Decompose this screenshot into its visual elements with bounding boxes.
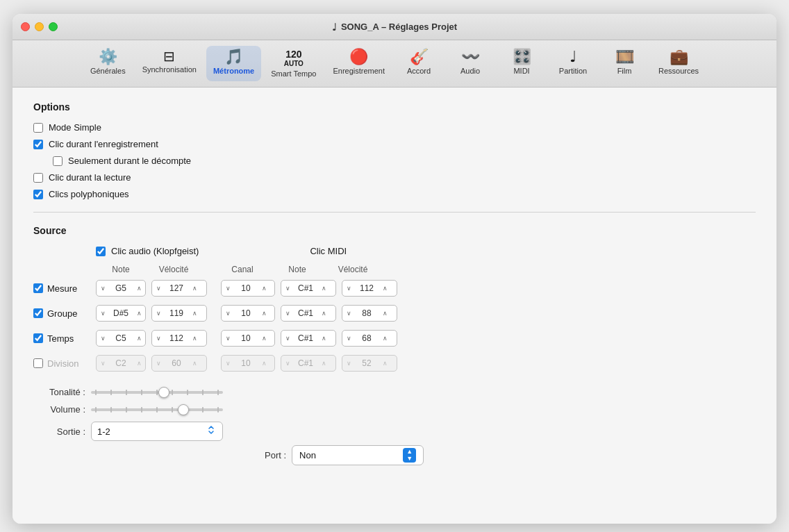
clic-audio-checkbox[interactable] bbox=[96, 247, 106, 256]
temps-vel-field: ∨ 112 ∧ bbox=[151, 330, 207, 347]
division-note-down: ∨ bbox=[97, 355, 109, 372]
tab-midi[interactable]: 🎛️ MIDI bbox=[497, 46, 546, 81]
maximize-button[interactable] bbox=[49, 22, 58, 31]
checkbox-clics-polyphoniques-input[interactable] bbox=[33, 190, 43, 199]
division-checkbox[interactable] bbox=[33, 358, 43, 368]
temps-canal-val: 10 bbox=[234, 333, 258, 343]
mesure-note-val: G5 bbox=[109, 283, 133, 293]
temps-note-up[interactable]: ∧ bbox=[133, 330, 145, 347]
groupe-canal-down[interactable]: ∨ bbox=[222, 305, 234, 322]
port-row: Port : Non ▲ ▼ bbox=[265, 445, 424, 465]
tab-metronome[interactable]: 🎵 Métronome bbox=[206, 46, 261, 81]
minimize-button[interactable] bbox=[35, 22, 44, 31]
temps-note-midi-up[interactable]: ∧ bbox=[317, 330, 330, 347]
notch bbox=[202, 407, 204, 413]
mesure-canal-down[interactable]: ∨ bbox=[222, 280, 234, 297]
mesure-canal-field: ∨ 10 ∧ bbox=[221, 280, 275, 297]
tab-accord[interactable]: 🎸 Accord bbox=[394, 46, 443, 81]
temps-vel-midi-val: 68 bbox=[355, 333, 379, 343]
checkbox-clics-polyphoniques-label: Clics polyphoniques bbox=[49, 189, 129, 199]
division-canal-up: ∧ bbox=[258, 355, 270, 372]
groupe-note-up[interactable]: ∧ bbox=[133, 305, 145, 322]
tab-audio[interactable]: 〰️ Audio bbox=[446, 46, 495, 81]
notch bbox=[141, 390, 142, 395]
temps-note-down[interactable]: ∨ bbox=[97, 330, 109, 347]
checkbox-clic-lecture-input[interactable] bbox=[33, 173, 43, 183]
titlebar: ♩ SONG_A – Réglages Projet bbox=[13, 14, 776, 40]
col-vel-midi-header: Vélocité bbox=[325, 265, 381, 274]
temps-vel-up[interactable]: ∧ bbox=[188, 330, 201, 347]
notch bbox=[95, 390, 97, 395]
groupe-check-label: Groupe bbox=[33, 308, 96, 319]
tonalite-slider[interactable] bbox=[91, 391, 223, 394]
mesure-vel-up[interactable]: ∧ bbox=[188, 280, 201, 297]
temps-note-midi-down[interactable]: ∨ bbox=[281, 330, 294, 347]
tab-partition[interactable]: ♩ Partition bbox=[549, 46, 597, 81]
groupe-canal-up[interactable]: ∧ bbox=[258, 305, 270, 322]
groupe-note-field: ∨ D#5 ∧ bbox=[96, 305, 146, 322]
temps-canal-up[interactable]: ∧ bbox=[258, 330, 270, 347]
checkbox-seulement-decompte: Seulement durant le décompte bbox=[53, 156, 756, 166]
sortie-select[interactable]: 1-2 bbox=[91, 422, 223, 441]
tab-ressources[interactable]: 💼 Ressources bbox=[651, 46, 706, 81]
mesure-checkbox[interactable] bbox=[33, 283, 43, 293]
temps-canal-field: ∨ 10 ∧ bbox=[221, 330, 275, 347]
division-vel-midi-down: ∨ bbox=[342, 355, 355, 372]
division-note-up: ∧ bbox=[133, 355, 145, 372]
volume-slider[interactable] bbox=[91, 408, 223, 411]
tab-synchronisation[interactable]: ⊟ Synchronisation bbox=[135, 46, 204, 81]
temps-label: Temps bbox=[47, 333, 74, 344]
groupe-note-val: D#5 bbox=[109, 308, 133, 318]
groupe-vel-midi-field: ∨ 88 ∧ bbox=[342, 305, 397, 322]
mesure-vel-midi-up[interactable]: ∧ bbox=[379, 280, 391, 297]
mesure-vel-midi-field: ∨ 112 ∧ bbox=[342, 280, 397, 297]
checkbox-clic-enregistrement-input[interactable] bbox=[33, 140, 43, 149]
mesure-vel-midi-down[interactable]: ∨ bbox=[342, 280, 355, 297]
groupe-vel-down[interactable]: ∨ bbox=[152, 305, 165, 322]
checkbox-mode-simple-input[interactable] bbox=[33, 123, 43, 133]
division-label: Division bbox=[47, 358, 79, 369]
mesure-note-down[interactable]: ∨ bbox=[97, 280, 109, 297]
tonalite-label: Tonalité : bbox=[33, 387, 85, 397]
tab-film[interactable]: 🎞️ Film bbox=[600, 46, 649, 81]
temps-checkbox[interactable] bbox=[33, 333, 43, 343]
mesure-note-midi-up[interactable]: ∧ bbox=[317, 280, 330, 297]
mesure-note-up[interactable]: ∧ bbox=[133, 280, 145, 297]
division-vel-val: 60 bbox=[165, 358, 188, 368]
mesure-check-label: Mesure bbox=[33, 283, 96, 294]
mesure-vel-down[interactable]: ∨ bbox=[152, 280, 165, 297]
groupe-note-down[interactable]: ∨ bbox=[97, 305, 109, 322]
temps-vel-midi-down[interactable]: ∨ bbox=[342, 330, 355, 347]
tonalite-thumb[interactable] bbox=[158, 387, 169, 398]
groupe-vel-midi-down[interactable]: ∨ bbox=[342, 305, 355, 322]
traffic-lights bbox=[21, 22, 58, 31]
tab-generales[interactable]: ⚙️ Générales bbox=[83, 46, 133, 81]
port-select[interactable]: Non ▲ ▼ bbox=[292, 445, 424, 465]
groupe-checkbox[interactable] bbox=[33, 308, 43, 318]
mesure-note-midi-field: ∨ C#1 ∧ bbox=[281, 280, 336, 297]
groupe-vel-up[interactable]: ∧ bbox=[188, 305, 201, 322]
close-button[interactable] bbox=[21, 22, 30, 31]
clic-midi-label: Clic MIDI bbox=[310, 246, 347, 256]
groupe-vel-midi-up[interactable]: ∧ bbox=[379, 305, 391, 322]
groupe-note-midi-down[interactable]: ∨ bbox=[281, 305, 294, 322]
tab-smart-tempo[interactable]: 120 AUTO Smart Tempo bbox=[264, 46, 323, 81]
checkbox-mode-simple-label: Mode Simple bbox=[49, 122, 101, 133]
tab-enregistrement[interactable]: 🔴 Enregistrement bbox=[326, 46, 392, 81]
volume-thumb[interactable] bbox=[178, 404, 189, 415]
row-mesure: Mesure ∨ G5 ∧ ∨ 127 ∧ ∨ 10 ∧ bbox=[33, 279, 756, 298]
port-value: Non bbox=[299, 450, 316, 460]
division-vel-midi-val: 52 bbox=[355, 358, 379, 368]
groupe-note-midi-up[interactable]: ∧ bbox=[317, 305, 330, 322]
tonalite-row: Tonalité : bbox=[33, 387, 223, 397]
checkbox-seulement-decompte-input[interactable] bbox=[53, 156, 63, 166]
mesure-canal-up[interactable]: ∧ bbox=[258, 280, 270, 297]
notch bbox=[110, 390, 112, 395]
mesure-note-midi-down[interactable]: ∨ bbox=[281, 280, 294, 297]
enregistrement-icon: 🔴 bbox=[349, 49, 368, 65]
mesure-vel-field: ∨ 127 ∧ bbox=[151, 280, 207, 297]
temps-vel-down[interactable]: ∨ bbox=[152, 330, 165, 347]
division-canal-val: 10 bbox=[234, 358, 258, 368]
temps-canal-down[interactable]: ∨ bbox=[222, 330, 234, 347]
temps-vel-midi-up[interactable]: ∧ bbox=[379, 330, 391, 347]
